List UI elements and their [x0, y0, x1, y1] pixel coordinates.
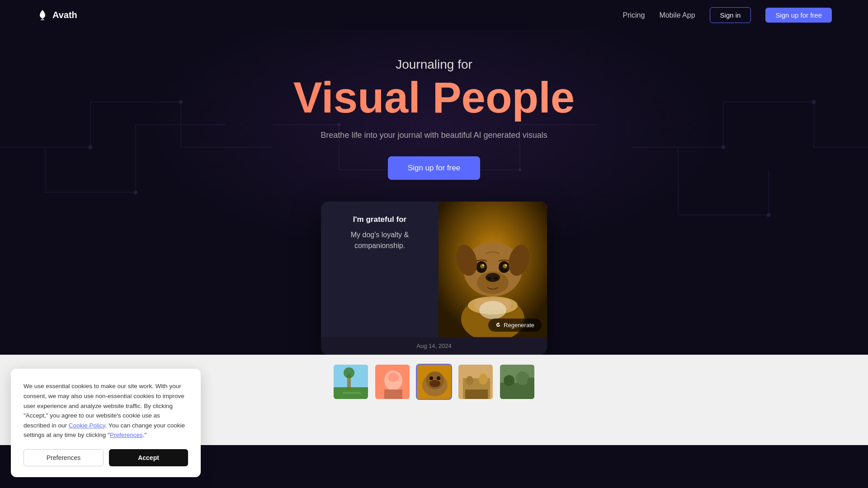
hero-section: Journaling for Visual People Breathe lif… — [0, 30, 868, 355]
logo-icon — [36, 9, 49, 22]
journal-text-panel: I'm grateful for My dog's loyalty & comp… — [321, 202, 439, 337]
svg-point-39 — [429, 376, 433, 380]
journal-footer: Aug 14, 2024 — [321, 337, 547, 355]
cookie-policy-link[interactable]: Cookie Policy — [69, 422, 105, 429]
thumbnail-3[interactable] — [416, 364, 452, 400]
svg-point-2 — [134, 191, 137, 194]
thumb-img-3 — [417, 365, 451, 399]
svg-point-40 — [437, 376, 440, 380]
dog-svg — [439, 202, 547, 337]
journal-card: I'm grateful for My dog's loyalty & comp… — [321, 202, 547, 355]
svg-point-43 — [466, 376, 473, 385]
thumb-img-5 — [500, 365, 534, 399]
svg-point-19 — [480, 264, 485, 268]
hero-title: Visual People — [0, 74, 868, 122]
svg-point-14 — [486, 273, 500, 282]
signup-nav-button[interactable]: Sign up for free — [765, 8, 832, 23]
svg-point-15 — [488, 277, 491, 280]
svg-point-20 — [503, 264, 507, 268]
svg-point-38 — [429, 380, 440, 387]
svg-rect-34 — [384, 389, 402, 400]
thumbnail-5[interactable] — [499, 364, 535, 400]
journal-label: I'm grateful for — [332, 215, 428, 224]
thumb-img-2 — [375, 365, 410, 399]
regenerate-label: Regenerate — [504, 322, 534, 328]
journal-entry: My dog's loyalty & companionship. — [332, 230, 428, 251]
preferences-button[interactable]: Preferences — [24, 449, 104, 466]
journal-date: Aug 14, 2024 — [416, 343, 451, 349]
svg-point-48 — [504, 375, 514, 386]
svg-point-16 — [494, 277, 498, 280]
thumb-img-4 — [458, 365, 493, 399]
svg-rect-45 — [465, 389, 488, 400]
cookie-banner: We use essential cookies to make our sit… — [11, 369, 201, 477]
nav-mobile-app[interactable]: Mobile App — [659, 11, 695, 19]
journal-section: I'm grateful for My dog's loyalty & comp… — [0, 202, 868, 355]
dog-portrait — [439, 202, 547, 337]
thumb-img-1 — [334, 365, 368, 399]
svg-point-25 — [479, 301, 506, 319]
svg-point-29 — [344, 367, 354, 378]
svg-point-44 — [479, 374, 488, 385]
cookie-actions: Preferences Accept — [24, 449, 188, 466]
accept-button[interactable]: Accept — [109, 449, 188, 466]
hero-description: Breathe life into your journal with beau… — [0, 131, 868, 140]
journal-card-inner: I'm grateful for My dog's loyalty & comp… — [321, 202, 547, 337]
logo[interactable]: Avath — [36, 9, 77, 22]
svg-point-22 — [505, 264, 507, 266]
navbar: Avath Pricing Mobile App Sign in Sign up… — [0, 0, 868, 30]
journal-image-panel: Regenerate — [439, 202, 547, 337]
logo-text: Avath — [52, 10, 77, 20]
nav-pricing[interactable]: Pricing — [623, 11, 645, 19]
hero-subtitle: Journaling for — [0, 57, 868, 72]
cookie-text-3: ." — [143, 432, 147, 438]
cookie-text: We use essential cookies to make our sit… — [24, 381, 188, 440]
hero-content: Journaling for Visual People Breathe lif… — [0, 57, 868, 180]
thumbnail-2[interactable] — [374, 364, 410, 400]
svg-point-33 — [388, 373, 399, 382]
signup-hero-button[interactable]: Sign up for free — [388, 156, 480, 180]
svg-point-21 — [482, 264, 484, 266]
svg-rect-30 — [343, 392, 361, 394]
nav-links: Pricing Mobile App Sign in Sign up for f… — [623, 7, 832, 23]
thumbnail-1[interactable] — [333, 364, 369, 400]
thumbnail-4[interactable] — [458, 364, 494, 400]
regenerate-icon — [495, 322, 501, 328]
regenerate-button[interactable]: Regenerate — [488, 319, 542, 332]
preferences-inline-link: Preferences — [110, 432, 143, 438]
signin-button[interactable]: Sign in — [710, 7, 751, 23]
